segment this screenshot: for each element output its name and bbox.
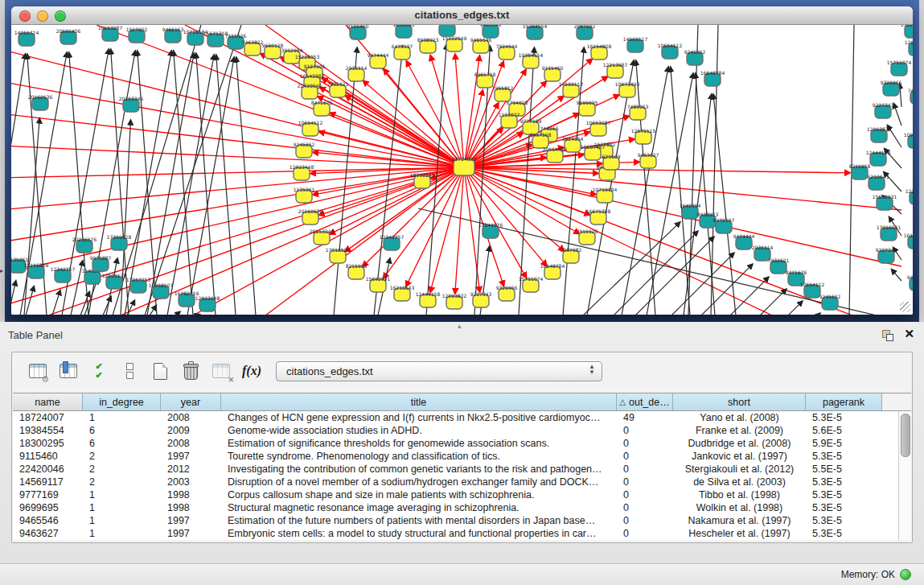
- table-cell[interactable]: Structural magnetic resonance image aver…: [221, 501, 617, 514]
- table-cell[interactable]: 9699695: [13, 501, 83, 514]
- float-panel-icon[interactable]: [882, 330, 893, 341]
- table-cell[interactable]: 0: [617, 463, 673, 476]
- table-cell[interactable]: Tourette syndrome. Phenomenology and cla…: [221, 450, 617, 463]
- table-cell[interactable]: Disruption of a novel member of a sodium…: [221, 476, 617, 488]
- table-cell[interactable]: Yano et al. (2008): [673, 411, 806, 424]
- delete-table-button[interactable]: [179, 360, 202, 381]
- table-row[interactable]: 969969511998Structural magnetic resonanc…: [13, 501, 911, 514]
- table-cell[interactable]: 18300295: [13, 437, 83, 450]
- table-cell[interactable]: 9465546: [13, 514, 83, 527]
- column-header-short[interactable]: short: [673, 393, 806, 410]
- table-cell[interactable]: 5.6E-5: [806, 424, 882, 437]
- row-height-button[interactable]: [118, 360, 141, 381]
- splitter-handle-icon[interactable]: ▴: [458, 322, 462, 330]
- table-cell[interactable]: Hescheler et al. (1997): [673, 527, 806, 540]
- table-cell[interactable]: 49: [617, 411, 673, 424]
- table-cell[interactable]: Stergiakouli et al. (2012): [673, 463, 806, 476]
- table-cell[interactable]: 0: [617, 501, 673, 514]
- table-cell[interactable]: 5.3E-5: [806, 450, 882, 463]
- table-cell[interactable]: 6: [83, 424, 161, 437]
- column-header-title[interactable]: title: [221, 393, 617, 410]
- table-cell[interactable]: 18724007: [13, 411, 83, 424]
- table-cell[interactable]: Franke et al. (2009): [673, 424, 806, 437]
- table-row[interactable]: 977716911998Corpus callosum shape and si…: [13, 488, 911, 501]
- table-cell[interactable]: 2: [83, 450, 161, 463]
- graph-node[interactable]: [454, 159, 474, 175]
- table-row[interactable]: 946554611997Estimation of the future num…: [13, 514, 911, 527]
- show-columns-button[interactable]: [57, 360, 80, 381]
- table-cell[interactable]: 0: [617, 424, 673, 437]
- column-header-year[interactable]: year: [161, 393, 221, 410]
- network-window-titlebar[interactable]: citations_edges.txt: [11, 6, 913, 25]
- table-cell[interactable]: 5.3E-5: [806, 514, 882, 527]
- column-header-in-degree[interactable]: in_degree: [83, 393, 161, 410]
- table-cell[interactable]: 5.3E-5: [806, 488, 882, 501]
- table-cell[interactable]: 2003: [161, 476, 221, 488]
- table-cell[interactable]: 14569117: [13, 476, 83, 488]
- table-cell[interactable]: 5.3E-5: [806, 501, 882, 514]
- table-row[interactable]: 1456911722003Disruption of a novel membe…: [13, 476, 911, 488]
- table-cell[interactable]: 1997: [161, 450, 221, 463]
- vertical-scrollbar[interactable]: [898, 411, 911, 540]
- panel-collapse-arrow-icon[interactable]: ▸: [0, 267, 3, 274]
- table-cell[interactable]: 2: [83, 476, 161, 488]
- column-header-name[interactable]: name: [13, 393, 83, 410]
- table-cell[interactable]: 19384554: [13, 424, 83, 437]
- table-cell[interactable]: 0: [617, 450, 673, 463]
- table-cell[interactable]: 1998: [161, 488, 221, 501]
- table-cell[interactable]: Investigating the contribution of common…: [221, 463, 617, 476]
- table-row[interactable]: 1938455462009Genome-wide association stu…: [13, 424, 911, 437]
- table-selector-dropdown[interactable]: citations_edges.txt ▲▼: [276, 361, 602, 381]
- table-cell[interactable]: 5.3E-5: [806, 476, 882, 488]
- network-canvas[interactable]: 1405572420691406106532871527602946616310…: [11, 25, 913, 315]
- table-cell[interactable]: 5.3E-5: [806, 527, 882, 540]
- window-resize-grip[interactable]: [900, 302, 910, 312]
- table-cell[interactable]: Dudbridge et al. (2008): [673, 437, 806, 450]
- table-cell[interactable]: 2008: [161, 437, 221, 450]
- table-cell[interactable]: Changes of HCN gene expression and I(f) …: [221, 411, 617, 424]
- table-cell[interactable]: 0: [617, 437, 673, 450]
- table-cell[interactable]: 0: [617, 488, 673, 501]
- table-cell[interactable]: 2009: [161, 424, 221, 437]
- table-cell[interactable]: 9115460: [13, 450, 83, 463]
- table-cell[interactable]: 1997: [161, 514, 221, 527]
- table-row[interactable]: 1872400712008Changes of HCN gene express…: [13, 411, 911, 424]
- table-row[interactable]: 2242004622012Investigating the contribut…: [13, 463, 911, 476]
- table-cell[interactable]: 2: [83, 463, 161, 476]
- scrollbar-thumb[interactable]: [901, 414, 910, 457]
- table-cell[interactable]: 0: [617, 527, 673, 540]
- create-table-button[interactable]: [149, 360, 171, 381]
- graph-node[interactable]: [439, 25, 455, 36]
- table-cell[interactable]: 6: [83, 437, 161, 450]
- table-cell[interactable]: 9463627: [13, 527, 83, 540]
- table-cell[interactable]: 9777169: [13, 488, 83, 501]
- table-cell[interactable]: 5.3E-5: [806, 411, 882, 424]
- table-row[interactable]: 946362711997Embryonic stem cells: a mode…: [13, 527, 911, 540]
- table-cell[interactable]: 1997: [161, 527, 221, 540]
- column-checklist-button[interactable]: ✔✔: [88, 360, 110, 381]
- table-cell[interactable]: Embryonic stem cells: a model to study s…: [221, 527, 617, 540]
- function-builder-button[interactable]: f(x): [240, 360, 263, 381]
- table-cell[interactable]: Corpus callosum shape and size in male p…: [221, 488, 617, 501]
- table-cell[interactable]: 1998: [161, 501, 221, 514]
- table-cell[interactable]: de Silva et al. (2003): [673, 476, 806, 488]
- table-cell[interactable]: Estimation of significance thresholds fo…: [221, 437, 617, 450]
- table-cell[interactable]: 1: [83, 514, 161, 527]
- import-table-button[interactable]: ✕: [210, 360, 232, 381]
- table-cell[interactable]: 22420046: [13, 463, 83, 476]
- table-cell[interactable]: 0: [617, 514, 673, 527]
- table-cell[interactable]: 1: [83, 527, 161, 540]
- table-cell[interactable]: 0: [617, 476, 673, 488]
- table-cell[interactable]: Genome-wide association studies in ADHD.: [221, 424, 617, 437]
- table-cell[interactable]: 5.9E-5: [806, 437, 882, 450]
- table-cell[interactable]: Wolkin et al. (1998): [673, 501, 806, 514]
- table-cell[interactable]: Jankovic et al. (1997): [673, 450, 806, 463]
- table-cell[interactable]: Tibbo et al. (1998): [673, 488, 806, 501]
- close-panel-icon[interactable]: ✕: [904, 327, 914, 341]
- table-cell[interactable]: 1: [83, 488, 161, 501]
- table-row[interactable]: 1830029562008Estimation of significance …: [13, 437, 911, 450]
- table-cell[interactable]: Estimation of the future numbers of pati…: [221, 514, 617, 527]
- table-cell[interactable]: 2008: [161, 411, 221, 424]
- table-cell[interactable]: 1: [83, 411, 161, 424]
- table-cell[interactable]: Nakamura et al. (1997): [673, 514, 806, 527]
